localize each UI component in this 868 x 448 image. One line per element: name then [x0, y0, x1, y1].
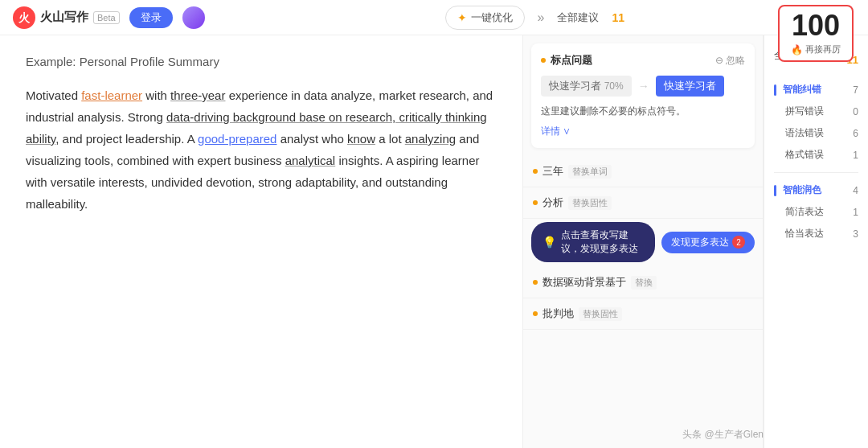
- smart-tone-label: 智能润色: [783, 183, 821, 197]
- item-label-0: 三年: [542, 164, 563, 179]
- suggestion-panel: 标点问题 ⊖ 忽略 快速学习者 70% → 快速学习者 这里建议删除不必要的标点…: [522, 35, 764, 448]
- card-type-label: 标点问题: [551, 53, 592, 68]
- sidebar-item-smart-fix[interactable]: 智能纠错 7: [774, 79, 858, 101]
- simple-expr-count: 1: [853, 207, 858, 218]
- discover-label: 发现更多表达: [671, 236, 729, 249]
- text-fast-learner: fast-learner: [81, 88, 142, 102]
- right-sidebar: 全部建议 11 智能纠错 7 拼写错误 0 语法错误 6 格式错误 1 智能润: [764, 35, 868, 448]
- sidebar-item-spelling[interactable]: 拼写错误 0: [774, 101, 858, 122]
- word-compare: 快速学习者 70% → 快速学习者: [541, 76, 745, 97]
- dot-icon: [533, 169, 538, 174]
- tooltip-content: 💡 点击查看改写建议，发现更多表达: [531, 222, 655, 262]
- arrow-icon: →: [638, 80, 649, 92]
- logo-icon: 火: [13, 6, 35, 29]
- item-tag-0: 替换单词: [568, 165, 612, 179]
- text-with: with: [142, 88, 170, 102]
- simple-expr-label: 简洁表达: [785, 205, 824, 219]
- text-analyzing: analyzing: [405, 132, 456, 146]
- score-box: 100 🔥 再接再厉: [778, 5, 854, 62]
- header: 火 火山写作 Beta 登录 ✦ 一键优化 » 全部建议 11 100 🔥 再接…: [0, 0, 868, 35]
- dot-icon: [533, 280, 538, 285]
- discover-button[interactable]: 发现更多表达 2: [661, 232, 755, 253]
- watermark: 头条 @生产者Glen: [682, 428, 764, 442]
- word-score: 70%: [604, 80, 624, 92]
- suggestions-count: 11: [612, 11, 624, 24]
- item-tag-1: 替换固性: [568, 196, 612, 210]
- doc-title: Example: Personal Profile Summary: [26, 55, 497, 68]
- sidebar-item-smart-tone[interactable]: 智能润色 4: [774, 179, 858, 201]
- dot-icon: [533, 311, 538, 316]
- ignore-label: 忽略: [726, 55, 745, 66]
- sidebar-divider: [774, 172, 858, 173]
- smart-fix-count: 7: [853, 84, 858, 96]
- smart-fix-label: 智能纠错: [783, 83, 821, 97]
- doc-body[interactable]: Motivated fast-learner with three-year e…: [26, 84, 497, 215]
- editor-area[interactable]: Example: Personal Profile Summary Motiva…: [0, 35, 522, 448]
- dot-icon: [533, 200, 538, 205]
- suggestion-card-punctuation: 标点问题 ⊖ 忽略 快速学习者 70% → 快速学习者 这里建议删除不必要的标点…: [531, 43, 755, 148]
- format-label: 格式错误: [785, 148, 824, 162]
- text-know: know: [347, 132, 375, 146]
- svg-text:火: 火: [18, 11, 31, 24]
- original-word-text: 快速学习者: [549, 80, 601, 92]
- detail-label: 详情 ∨: [541, 125, 571, 138]
- sidebar-item-grammar[interactable]: 语法错误 6: [774, 122, 858, 144]
- text-good-prepared: good-prepared: [198, 132, 276, 146]
- item-tag-2: 替換: [631, 276, 657, 290]
- score-subtitle-text: 再接再厉: [805, 43, 841, 55]
- dot-icon: [541, 58, 546, 63]
- ignore-icon: ⊖: [715, 55, 723, 66]
- proper-expr-count: 3: [853, 228, 858, 240]
- active-bar-2: [774, 185, 776, 196]
- suggestion-item-0[interactable]: 三年 替换单词: [523, 156, 763, 187]
- fire-icon: 🔥: [791, 44, 803, 55]
- header-center: ✦ 一键优化 » 全部建议 11: [215, 6, 855, 30]
- text-motivated: Motivated: [26, 88, 81, 102]
- format-count: 1: [853, 150, 858, 161]
- avatar[interactable]: [182, 6, 205, 29]
- sidebar-item-format[interactable]: 格式错误 1: [774, 144, 858, 166]
- beta-badge: Beta: [93, 11, 120, 24]
- card-header: 标点问题 ⊖ 忽略: [541, 53, 745, 68]
- suggestion-item-1[interactable]: 分析 替换固性: [523, 187, 763, 219]
- suggestions-label: 全部建议: [557, 10, 599, 25]
- spelling-count: 0: [853, 106, 858, 117]
- suggestion-item-2[interactable]: 数据驱动背景基于 替換: [523, 267, 763, 298]
- score-number: 100: [791, 11, 841, 40]
- proper-expr-label: 恰当表达: [785, 227, 824, 240]
- text-three-year: three-year: [170, 88, 225, 102]
- card-action-ignore[interactable]: ⊖ 忽略: [715, 54, 745, 68]
- item-label-3: 批判地: [542, 306, 574, 321]
- text-a-lot: a lot: [375, 132, 405, 146]
- item-label-1: 分析: [542, 195, 563, 210]
- tooltip-text: 点击查看改写建议，发现更多表达: [561, 228, 644, 256]
- suggestion-item-3[interactable]: 批判地 替换固性: [523, 298, 763, 330]
- tooltip-row: 💡 点击查看改写建议，发现更多表达 发现更多表达 2: [531, 222, 755, 262]
- grammar-count: 6: [853, 128, 858, 139]
- optimize-button[interactable]: ✦ 一键优化: [445, 6, 525, 30]
- smart-tone-count: 4: [853, 185, 858, 196]
- text-analytical: analytical: [285, 154, 336, 167]
- more-icon[interactable]: »: [538, 10, 545, 25]
- word-original: 快速学习者 70%: [541, 76, 632, 97]
- item-tag-3: 替换固性: [579, 307, 622, 321]
- app-name: 火山写作: [40, 10, 88, 25]
- grammar-label: 语法错误: [785, 126, 824, 140]
- discover-count: 2: [732, 236, 745, 249]
- card-type: 标点问题: [541, 53, 592, 68]
- main-layout: Example: Personal Profile Summary Motiva…: [0, 35, 868, 448]
- text-and: , and project leadership. A: [55, 132, 198, 146]
- item-label-2: 数据驱动背景基于: [542, 275, 626, 290]
- logo-area: 火 火山写作 Beta: [13, 6, 120, 29]
- card-desc: 这里建议删除不必要的标点符号。: [541, 105, 745, 118]
- sidebar-item-simple-expr[interactable]: 简洁表达 1: [774, 201, 858, 223]
- spelling-label: 拼写错误: [785, 105, 824, 118]
- star-icon: ✦: [457, 11, 467, 24]
- login-button[interactable]: 登录: [129, 7, 173, 28]
- card-detail[interactable]: 详情 ∨: [541, 125, 745, 138]
- tooltip-icon: 💡: [542, 236, 556, 249]
- optimize-label: 一键优化: [471, 10, 513, 25]
- text-analyst: analyst who: [276, 132, 347, 146]
- word-replacement[interactable]: 快速学习者: [656, 76, 724, 97]
- sidebar-item-proper-expr[interactable]: 恰当表达 3: [774, 223, 858, 245]
